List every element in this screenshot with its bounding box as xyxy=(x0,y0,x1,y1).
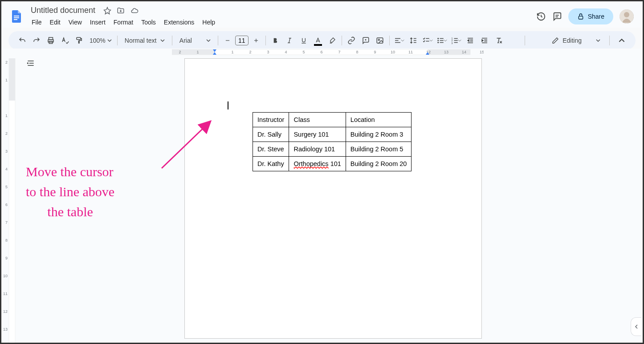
comments-icon[interactable] xyxy=(552,12,562,21)
share-button[interactable]: Share xyxy=(568,8,613,24)
table-cell[interactable]: Building 2 Room 3 xyxy=(346,127,412,142)
document-title[interactable]: Untitled document xyxy=(28,5,98,16)
svg-text:2: 2 xyxy=(179,50,181,54)
italic-button[interactable] xyxy=(283,34,296,47)
paragraph-style-dropdown[interactable]: Normal text xyxy=(120,37,169,44)
svg-text:1: 1 xyxy=(5,78,8,82)
svg-text:15: 15 xyxy=(480,50,484,54)
table-cell[interactable]: Building 2 Room 5 xyxy=(346,142,412,157)
svg-text:7: 7 xyxy=(5,220,8,225)
svg-text:9: 9 xyxy=(5,256,8,260)
insert-link-button[interactable] xyxy=(345,34,358,47)
redo-button[interactable] xyxy=(30,34,43,47)
svg-rect-11 xyxy=(77,37,81,40)
menu-edit[interactable]: Edit xyxy=(46,17,64,28)
svg-point-33 xyxy=(437,42,439,43)
pencil-icon xyxy=(552,37,559,44)
bulleted-list-button[interactable] xyxy=(435,34,448,47)
svg-text:4: 4 xyxy=(285,50,287,54)
spellcheck-button[interactable] xyxy=(58,34,72,47)
clear-formatting-button[interactable] xyxy=(492,34,505,47)
svg-rect-0 xyxy=(14,16,19,16)
increase-font-size-button[interactable] xyxy=(249,34,263,47)
align-button[interactable] xyxy=(392,34,406,47)
star-icon[interactable] xyxy=(103,7,111,15)
share-button-label: Share xyxy=(588,13,604,20)
table-row: Instructor Class Location xyxy=(253,113,412,127)
menu-extensions[interactable]: Extensions xyxy=(160,17,198,28)
svg-rect-34 xyxy=(440,38,443,39)
editing-mode-dropdown[interactable]: Editing xyxy=(546,34,607,47)
svg-text:10: 10 xyxy=(3,274,8,278)
increase-indent-button[interactable] xyxy=(478,34,491,47)
decrease-indent-button[interactable] xyxy=(464,34,477,47)
svg-rect-5 xyxy=(579,16,583,19)
font-family-dropdown[interactable]: Arial xyxy=(175,37,215,44)
collapse-toolbar-button[interactable] xyxy=(615,34,628,47)
add-comment-button[interactable] xyxy=(359,34,372,47)
menu-view[interactable]: View xyxy=(65,17,86,28)
move-folder-icon[interactable] xyxy=(117,7,125,15)
document-page[interactable]: Instructor Class Location Dr. Sally Surg… xyxy=(184,58,482,339)
menu-help[interactable]: Help xyxy=(199,17,219,28)
table-cell[interactable]: Dr. Steve xyxy=(253,142,289,157)
menu-tools[interactable]: Tools xyxy=(138,17,159,28)
svg-text:3: 3 xyxy=(5,149,8,154)
text-color-button[interactable] xyxy=(311,34,325,47)
table-cell[interactable]: Dr. Sally xyxy=(253,127,289,142)
table-cell[interactable]: Orthopedics 101 xyxy=(289,157,346,171)
dropdown-arrow-icon xyxy=(160,38,165,43)
table-cell[interactable]: Class xyxy=(289,113,346,127)
font-family-value: Arial xyxy=(179,37,192,44)
menu-bar: File Edit View Insert Format Tools Exten… xyxy=(28,17,533,28)
menu-format[interactable]: Format xyxy=(110,17,137,28)
dropdown-arrow-icon xyxy=(206,38,211,43)
svg-rect-36 xyxy=(440,42,443,43)
paint-format-button[interactable] xyxy=(73,34,86,47)
svg-text:3: 3 xyxy=(451,42,452,45)
line-spacing-button[interactable] xyxy=(407,34,420,47)
horizontal-ruler[interactable]: 21 123 456 789 101112 131415 xyxy=(16,49,641,56)
svg-text:6: 6 xyxy=(5,202,8,207)
undo-button[interactable] xyxy=(16,34,29,47)
insert-image-button[interactable] xyxy=(373,34,387,47)
history-icon[interactable] xyxy=(536,12,546,21)
text-cursor xyxy=(228,101,228,109)
decrease-font-size-button[interactable] xyxy=(221,34,234,47)
numbered-list-button[interactable]: 123 xyxy=(449,34,463,47)
zoom-dropdown[interactable]: 100% xyxy=(87,37,114,44)
document-outline-button[interactable] xyxy=(24,57,37,70)
table-cell[interactable]: Radiology 101 xyxy=(289,142,346,157)
cursor-line-above-table[interactable] xyxy=(228,101,439,110)
account-avatar[interactable] xyxy=(620,9,634,24)
svg-text:8: 8 xyxy=(5,238,8,243)
bold-button[interactable] xyxy=(269,34,282,47)
svg-text:1: 1 xyxy=(196,50,199,54)
checklist-button[interactable] xyxy=(421,34,434,47)
svg-text:11: 11 xyxy=(3,291,8,296)
document-table[interactable]: Instructor Class Location Dr. Sally Surg… xyxy=(253,112,412,171)
highlight-color-button[interactable] xyxy=(326,34,339,47)
side-panel-toggle[interactable] xyxy=(631,317,641,336)
dropdown-arrow-icon xyxy=(107,38,112,43)
table-cell[interactable]: Location xyxy=(346,113,412,127)
menu-insert[interactable]: Insert xyxy=(86,17,109,28)
table-cell[interactable]: Instructor xyxy=(253,113,289,127)
underline-button[interactable] xyxy=(297,34,310,47)
docs-logo-icon[interactable] xyxy=(8,8,24,24)
svg-text:6: 6 xyxy=(320,50,322,54)
svg-rect-1 xyxy=(14,17,19,18)
svg-rect-2 xyxy=(14,19,17,20)
table-cell[interactable]: Surgery 101 xyxy=(289,127,346,142)
cloud-status-icon[interactable] xyxy=(130,7,139,15)
vertical-ruler[interactable]: 2 1 1 2 3 4 5 6 7 8 9 10 11 12 13 xyxy=(3,49,16,341)
svg-text:1: 1 xyxy=(5,113,8,118)
annotation-text: Move the cursor to the line above the ta… xyxy=(26,162,114,222)
font-size-input[interactable] xyxy=(235,36,249,45)
print-button[interactable] xyxy=(44,34,57,47)
table-cell[interactable]: Building 2 Room 20 xyxy=(346,157,412,171)
table-cell[interactable]: Dr. Kathy xyxy=(253,157,289,171)
svg-text:13: 13 xyxy=(444,50,448,54)
svg-text:2: 2 xyxy=(5,131,8,136)
menu-file[interactable]: File xyxy=(28,17,45,28)
